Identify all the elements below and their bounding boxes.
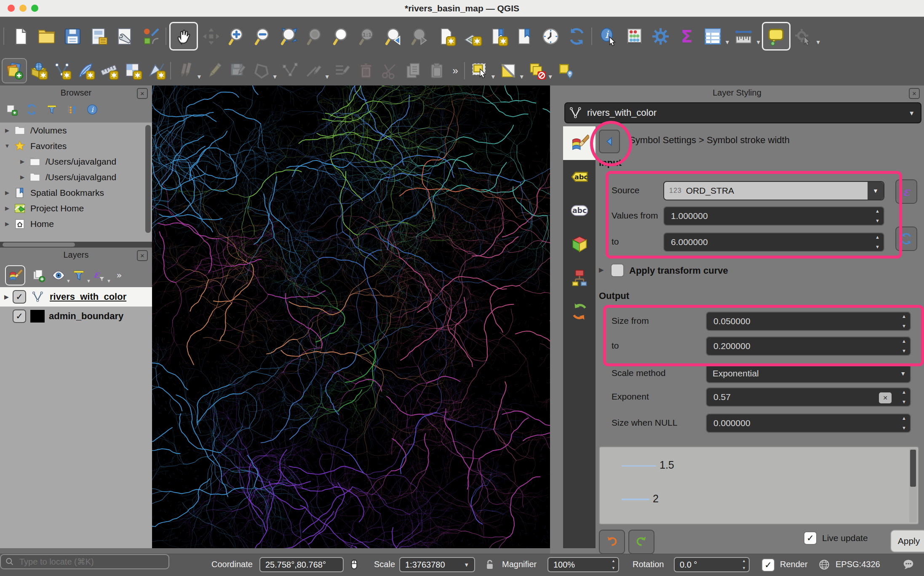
new-map-view-button[interactable] <box>433 23 459 49</box>
exponent-input[interactable] <box>713 392 852 403</box>
close-icon[interactable]: ✕ <box>909 88 920 99</box>
pan-to-selection-button[interactable] <box>198 23 224 49</box>
expander-triangle-icon[interactable]: ▶ <box>3 205 11 211</box>
close-window-button[interactable] <box>8 5 15 12</box>
add-group-button[interactable] <box>31 268 45 283</box>
map-canvas[interactable] <box>152 85 550 548</box>
clear-value-icon[interactable]: ✕ <box>879 392 892 403</box>
show-spatial-bookmarks-button[interactable] <box>511 23 537 49</box>
spinner-arrows-icon[interactable]: ▲▼ <box>612 559 615 570</box>
filter-by-expression-button[interactable]: ε▼ <box>92 268 106 283</box>
data-source-manager-button[interactable] <box>2 58 27 83</box>
scale-combo[interactable]: 1:3763780▼ <box>399 557 475 572</box>
zoom-in-button[interactable] <box>224 23 250 49</box>
paste-features-button[interactable] <box>425 59 449 83</box>
values-to-spinbox[interactable]: ▲▼ <box>663 232 884 252</box>
tab-symbology[interactable] <box>563 126 596 160</box>
zoom-next-button[interactable] <box>407 23 433 49</box>
exponent-spinbox[interactable]: ✕ ▲▼ <box>706 387 911 407</box>
copy-features-button[interactable] <box>401 59 425 83</box>
browser-properties-button[interactable]: i <box>86 103 99 116</box>
add-vector-layer-button[interactable] <box>27 59 51 83</box>
zoom-out-button[interactable] <box>250 23 276 49</box>
size-null-input[interactable] <box>713 418 852 429</box>
redo-button[interactable] <box>628 530 654 554</box>
values-from-spinbox[interactable]: ▲▼ <box>663 206 884 226</box>
tab-3d-view[interactable] <box>563 227 596 261</box>
expander-triangle-icon[interactable]: ▶ <box>3 221 11 227</box>
spinner-arrows-icon[interactable]: ▲▼ <box>875 235 880 249</box>
browser-vertical-scrollbar[interactable] <box>145 125 151 233</box>
open-attribute-table-button[interactable] <box>700 23 726 49</box>
spinner-arrows-icon[interactable]: ▲▼ <box>902 339 906 353</box>
back-button[interactable] <box>599 130 620 153</box>
tab-history[interactable] <box>563 295 596 328</box>
refresh-values-button[interactable] <box>895 227 917 251</box>
live-update-checkbox[interactable]: ✓ <box>804 531 817 545</box>
expander-triangle-icon[interactable]: ▶ <box>4 293 13 300</box>
values-to-input[interactable] <box>670 237 821 248</box>
lock-icon[interactable] <box>483 558 496 571</box>
new-project-button[interactable] <box>7 23 33 49</box>
measure-button[interactable] <box>731 23 757 49</box>
browser-refresh-button[interactable] <box>25 103 38 116</box>
open-project-button[interactable] <box>33 23 59 49</box>
size-to-input[interactable] <box>713 341 852 352</box>
layers-overflow-button[interactable]: » <box>112 268 126 283</box>
size-null-spinbox[interactable]: ▲▼ <box>706 413 911 433</box>
size-from-spinbox[interactable]: ▲▼ <box>706 312 911 331</box>
new-spatial-bookmark-button[interactable] <box>485 23 511 49</box>
styling-layer-selector[interactable]: rivers_with_color ▼ <box>564 102 921 123</box>
browser-item-spatial-bookmarks[interactable]: ▶Spatial Bookmarks <box>0 185 152 200</box>
source-field-combo[interactable]: 123 ORD_STRA ▼ <box>663 181 884 200</box>
add-raster-layer-button[interactable] <box>121 59 145 83</box>
temporal-controller-button[interactable] <box>537 23 563 49</box>
locator-search[interactable] <box>0 554 169 569</box>
undo-button[interactable] <box>599 530 625 554</box>
add-line-layer-button[interactable] <box>51 59 74 83</box>
pan-map-button[interactable] <box>169 22 198 51</box>
manage-visibility-button[interactable]: ▼ <box>51 268 66 283</box>
browser-item--volumes[interactable]: ▶/Volumes <box>0 123 152 138</box>
layer-visibility-checkbox[interactable]: ✓ <box>13 290 26 304</box>
spinner-arrows-icon[interactable]: ▲▼ <box>902 416 906 430</box>
delete-selected-button[interactable] <box>354 59 378 83</box>
browser-collapse-all-button[interactable] <box>66 103 78 116</box>
show-layout-manager-button[interactable] <box>112 23 138 49</box>
spinner-arrows-icon[interactable]: ▲▼ <box>902 314 906 328</box>
messages-bubble-icon[interactable] <box>902 558 915 571</box>
magnifier-spinbox[interactable]: 100% ▲▼ <box>547 557 619 572</box>
open-layer-styling-button[interactable] <box>5 265 25 285</box>
options-button[interactable] <box>647 23 673 49</box>
close-icon[interactable]: ✕ <box>137 250 148 261</box>
size-to-spinbox[interactable]: ▲▼ <box>706 336 911 356</box>
multi-edit-button[interactable] <box>331 59 354 83</box>
current-edits-button[interactable] <box>174 59 198 83</box>
zoom-to-selection-button[interactable] <box>302 23 328 49</box>
scale-method-combo[interactable]: Exponential ▼ <box>706 364 911 383</box>
save-layer-edits-button[interactable] <box>226 59 250 83</box>
vertex-tool-button[interactable] <box>278 59 302 83</box>
modify-attributes-button[interactable] <box>302 59 326 83</box>
cut-features-button[interactable] <box>378 59 401 83</box>
filter-legend-button[interactable]: ▼ <box>72 268 86 283</box>
layer-row-rivers_with_color[interactable]: ▶✓rivers_with_color <box>0 287 152 307</box>
browser-item-home[interactable]: ▶Home <box>0 216 152 232</box>
mouse-tracking-icon[interactable] <box>348 558 361 571</box>
expander-triangle-icon[interactable]: ▶ <box>19 158 26 165</box>
values-from-input[interactable] <box>670 211 821 221</box>
maximize-window-button[interactable] <box>31 5 38 12</box>
deselect-features-button[interactable] <box>525 59 549 83</box>
add-polygon-feature-button[interactable] <box>250 59 273 83</box>
refresh-map-button[interactable] <box>563 23 590 49</box>
preview-scrollbar[interactable] <box>909 448 917 523</box>
spinner-arrows-icon[interactable]: ▲▼ <box>875 209 880 223</box>
select-by-value-button[interactable] <box>497 59 520 83</box>
run-feature-action-button[interactable] <box>790 23 817 49</box>
zoom-to-layer-button[interactable] <box>328 23 355 49</box>
expander-triangle-icon[interactable]: ▶ <box>3 127 11 133</box>
spinner-arrows-icon[interactable]: ▲▼ <box>902 390 906 404</box>
statistical-summary-button[interactable] <box>621 23 647 49</box>
toolbar-overflow-button[interactable]: » <box>453 65 458 77</box>
browser-filter-button[interactable] <box>45 103 58 116</box>
